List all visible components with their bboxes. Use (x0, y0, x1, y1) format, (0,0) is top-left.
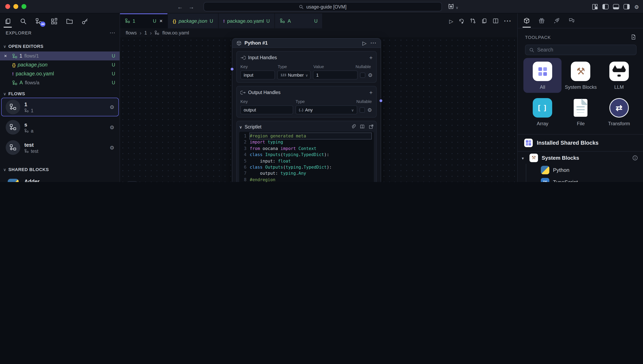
editor-tab[interactable]: ! package.oo.yaml U (218, 14, 275, 28)
gear-icon[interactable] (110, 180, 114, 182)
open-editors-header[interactable]: OPEN EDITORS (0, 42, 120, 50)
open-editor-item[interactable]: {} package.json U (0, 60, 120, 69)
toggle-left-panel-icon[interactable] (603, 4, 609, 9)
info-icon[interactable] (632, 155, 638, 161)
installed-block-row[interactable]: System Blocks (518, 152, 643, 164)
flow-card[interactable]: 1 1 (1, 98, 119, 116)
attach-icon[interactable] (351, 124, 356, 129)
scriptlet-code[interactable]: 1#region generated meta2import typing3fr… (239, 132, 374, 182)
node-header[interactable]: Python #1 (232, 38, 381, 48)
open-editor-item[interactable]: × 1 flows/1 U (0, 52, 120, 60)
chat-tab-icon[interactable] (568, 18, 575, 24)
marketplace-tab-icon[interactable] (538, 18, 545, 24)
customize-layout-icon[interactable] (592, 4, 598, 10)
gear-icon[interactable] (110, 103, 114, 111)
run-flow-icon[interactable] (449, 17, 453, 24)
flow-avatar (6, 100, 20, 114)
input-value-field[interactable]: 1 (313, 70, 358, 80)
flow-card[interactable]: test test (1, 138, 119, 157)
minimize-window-button[interactable] (14, 4, 18, 9)
editor-tab[interactable]: A U (275, 14, 323, 28)
new-toolpack-icon[interactable] (630, 34, 636, 40)
close-icon[interactable]: × (4, 53, 7, 59)
more-actions-icon[interactable] (504, 17, 512, 24)
toolpack-category[interactable]: Array (524, 94, 562, 129)
input-type-select[interactable]: 123Number (277, 70, 310, 80)
file-name: package.oo.yaml (16, 71, 54, 76)
breadcrumb[interactable]: flows 1 flow.oo.yaml (120, 28, 517, 37)
editor-tab[interactable]: {} package.json U (168, 14, 218, 28)
close-icon[interactable]: × (160, 18, 162, 24)
history-forward-button[interactable]: → (188, 4, 194, 10)
maximize-window-button[interactable] (22, 4, 26, 9)
node-more-icon[interactable] (370, 40, 377, 46)
flows-activity-icon[interactable]: 44 (31, 18, 46, 24)
run-node-icon[interactable] (362, 40, 366, 46)
extensions-activity-icon[interactable] (46, 18, 62, 24)
editor-tab[interactable]: 1 U × (120, 14, 168, 28)
category-tile-icon (533, 98, 552, 118)
gear-icon[interactable] (110, 124, 114, 131)
output-type-select[interactable]: {..}Any (296, 106, 357, 114)
rerun-icon[interactable] (458, 18, 464, 24)
chevron-down-icon (456, 3, 458, 10)
toolpack-category[interactable]: All (524, 58, 562, 93)
activity-bar: 44 (0, 15, 120, 27)
file-type-icon: {} (12, 62, 16, 67)
nullable-checkbox[interactable] (360, 107, 365, 112)
secrets-activity-icon[interactable] (77, 18, 92, 24)
gear-icon[interactable] (367, 107, 372, 113)
flow-canvas[interactable]: Python #1 Input Handles Key Type (120, 37, 517, 182)
search-activity-icon[interactable] (16, 18, 31, 24)
docs-icon[interactable] (360, 124, 365, 129)
block-label: TypeScript (553, 179, 578, 182)
toolpack-panel: TOOLPACK All (517, 14, 643, 182)
input-key-field[interactable]: input (240, 70, 275, 80)
open-external-icon[interactable] (368, 124, 374, 129)
toggle-bottom-panel-icon[interactable] (613, 4, 619, 9)
open-editor-item[interactable]: ! package.oo.yaml U (0, 69, 120, 78)
compare-changes-icon[interactable] (470, 18, 476, 24)
chevron-down-icon[interactable] (239, 124, 242, 129)
open-file-icon[interactable] (481, 18, 487, 24)
installed-block-row[interactable]: Python (518, 164, 643, 176)
toolpack-category[interactable]: Transform (600, 94, 638, 129)
shared-block-card[interactable]: Adder ◈ adder (1, 175, 119, 182)
collapse-caret-icon[interactable] (522, 154, 526, 161)
input-handle-dot[interactable] (230, 67, 234, 71)
fox-mascot-icon (448, 3, 454, 10)
add-input-icon[interactable] (369, 54, 372, 61)
flow-icon (125, 18, 130, 24)
assistant-menu[interactable] (448, 0, 458, 14)
split-editor-icon[interactable] (492, 18, 499, 24)
add-output-icon[interactable] (369, 89, 372, 96)
flow-card[interactable]: s a (1, 118, 119, 136)
toolpack-category[interactable]: File (562, 94, 600, 129)
git-status-badge: U (266, 18, 270, 23)
folder-activity-icon[interactable] (62, 18, 77, 24)
nullable-checkbox[interactable] (360, 72, 366, 78)
explorer-activity-icon[interactable] (0, 18, 16, 24)
toggle-right-panel-icon[interactable] (624, 4, 630, 9)
command-center-search[interactable]: usage-guide [OVM] (204, 2, 442, 11)
category-tile-icon (571, 62, 590, 81)
category-tile-icon (609, 98, 629, 118)
history-back-button[interactable]: ← (177, 4, 183, 10)
explorer-more-icon[interactable] (110, 30, 116, 35)
gear-icon[interactable] (368, 72, 372, 78)
titlebar: ← → usage-guide [OVM] (0, 0, 643, 14)
toolpack-category[interactable]: System Blocks (562, 58, 600, 93)
installed-block-row[interactable]: TypeScript (518, 176, 643, 182)
gear-icon[interactable] (110, 144, 114, 151)
publish-tab-icon[interactable] (554, 18, 560, 24)
close-window-button[interactable] (5, 4, 10, 9)
toolpack-category[interactable]: LLM (600, 58, 638, 93)
shared-blocks-header[interactable]: SHARED BLOCKS (0, 166, 120, 174)
open-editor-item[interactable]: A flows/a U (0, 78, 120, 87)
flow-node-python[interactable]: Python #1 Input Handles Key Type (232, 38, 381, 182)
output-key-field[interactable]: output (240, 106, 293, 114)
output-handle-dot[interactable] (379, 99, 383, 102)
settings-gear-icon[interactable] (634, 3, 639, 10)
toolpack-search-input[interactable] (537, 47, 632, 53)
toolpack-tab-icon[interactable] (524, 18, 530, 24)
